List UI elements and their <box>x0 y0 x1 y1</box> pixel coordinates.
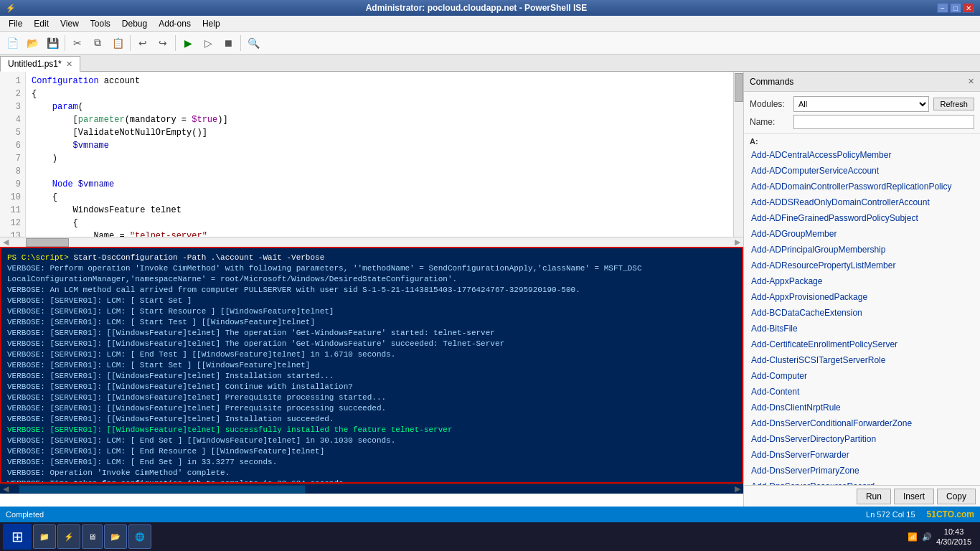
modules-select[interactable]: All <box>793 96 929 112</box>
menu-debug[interactable]: Debug <box>116 17 153 30</box>
cmd-Add-ADResourcePropertyListMember[interactable]: Add-ADResourcePropertyListMember <box>744 258 980 273</box>
menu-edit[interactable]: Edit <box>28 17 55 30</box>
status-bar: Completed Ln 572 Col 15 51CTO.com <box>0 507 980 522</box>
cmd-Add-AppxProvisionedPackage[interactable]: Add-AppxProvisionedPackage <box>744 289 980 305</box>
title-bar: ⚡ Administrator: pocloud.cloudapp.net - … <box>0 0 980 16</box>
menu-addons[interactable]: Add-ons <box>153 17 197 30</box>
cmd-Add-ADFineGrainedPasswordPolicySubject[interactable]: Add-ADFineGrainedPasswordPolicySubject <box>744 210 980 226</box>
taskbar-app-terminal[interactable]: 🖥 <box>82 524 103 549</box>
cut-button[interactable]: ✂ <box>68 34 87 52</box>
terminal-line: VERBOSE: [SERVER01]: LCM: [ End Set ] in… <box>7 457 736 468</box>
commands-tab[interactable]: Commands <box>750 77 793 87</box>
tab-untitled1[interactable]: Untitled1.ps1* ✕ <box>0 56 80 72</box>
taskbar-app-powershell[interactable]: ⚡ <box>57 524 80 549</box>
minimize-button[interactable]: − <box>937 3 948 13</box>
cmd-Add-ADDSReadOnlyDomainControllerAccount[interactable]: Add-ADDSReadOnlyDomainControllerAccount <box>744 194 980 210</box>
tab-close-button[interactable]: ✕ <box>66 60 72 69</box>
terminal-scroll-left[interactable]: ◀ <box>0 484 11 494</box>
terminal-h-thumb[interactable] <box>19 485 306 494</box>
taskbar-app-explorer[interactable]: 📁 <box>33 524 56 549</box>
refresh-button[interactable]: Refresh <box>933 98 974 110</box>
modules-row: Modules: All Refresh <box>750 96 974 112</box>
terminal-command-1: Start-DscConfiguration -Path .\account -… <box>73 253 324 262</box>
cmd-Add-DnsServerResourceRecord[interactable]: Add-DnsServerResourceRecord <box>744 479 980 485</box>
terminal-line: VERBOSE: [SERVER01]: [[WindowsFeature]te… <box>7 425 736 435</box>
toolbar-sep-2 <box>130 35 131 51</box>
app-icon: ⚡ <box>6 4 16 13</box>
scroll-arrow-right[interactable]: ▶ <box>732 237 743 247</box>
cmd-Add-ADGroupMember[interactable]: Add-ADGroupMember <box>744 226 980 242</box>
undo-button[interactable]: ↩ <box>133 34 152 52</box>
commands-close-button[interactable]: ✕ <box>968 77 974 86</box>
cmd-Add-ADCentralAccessPolicyMember[interactable]: Add-ADCentralAccessPolicyMember <box>744 147 980 163</box>
redo-button[interactable]: ↪ <box>154 34 172 52</box>
terminal-line: VERBOSE: [SERVER01]: LCM: [ End Set ] [[… <box>7 435 736 446</box>
editor-scrollbar[interactable] <box>733 72 743 237</box>
close-button[interactable]: ✕ <box>963 3 974 13</box>
cmd-Add-Content[interactable]: Add-Content <box>744 384 980 400</box>
scrollbar-thumb[interactable] <box>735 73 743 102</box>
run-selection-button[interactable]: ▷ <box>199 34 217 52</box>
start-button[interactable]: ⊞ <box>3 524 32 550</box>
cmd-Add-ADDomainControllerPasswordReplicationPolicy[interactable]: Add-ADDomainControllerPasswordReplicatio… <box>744 179 980 194</box>
menu-tools[interactable]: Tools <box>85 17 116 30</box>
copy-button[interactable]: ⧉ <box>88 34 107 52</box>
terminal-line: VERBOSE: An LCM method call arrived from… <box>7 285 736 296</box>
menu-help[interactable]: Help <box>197 17 226 30</box>
run-action-button[interactable]: Run <box>857 489 891 504</box>
terminal-scroll-right[interactable]: ▶ <box>732 484 743 494</box>
line-numbers: 12345 678910 1112131415 1617 <box>0 72 26 237</box>
cmd-Add-DnsServerForwarder[interactable]: Add-DnsServerForwarder <box>744 447 980 463</box>
cmd-Add-ADComputerServiceAccount[interactable]: Add-ADComputerServiceAccount <box>744 163 980 179</box>
cmd-Add-DnsClientNrptRule[interactable]: Add-DnsClientNrptRule <box>744 400 980 415</box>
cmd-Add-BitsFile[interactable]: Add-BitsFile <box>744 321 980 336</box>
tray-time-value: 10:43 <box>936 527 971 537</box>
section-a-header: A: <box>744 136 980 147</box>
debug-button[interactable]: 🔍 <box>244 34 263 52</box>
insert-action-button[interactable]: Insert <box>894 489 934 504</box>
code-editor[interactable]: 12345 678910 1112131415 1617 Configurati… <box>0 72 743 237</box>
stop-button[interactable]: ⏹ <box>219 34 237 52</box>
tray-clock[interactable]: 10:43 4/30/2015 <box>936 527 971 547</box>
h-scrollbar-editor[interactable]: ◀ ▶ <box>0 237 743 247</box>
cmd-Add-ADPrincipalGroupMembership[interactable]: Add-ADPrincipalGroupMembership <box>744 242 980 258</box>
h-scrollbar-thumb[interactable] <box>26 238 69 247</box>
cmd-Add-Computer[interactable]: Add-Computer <box>744 368 980 384</box>
paste-button[interactable]: 📋 <box>108 34 127 52</box>
toolbar-sep-3 <box>175 35 176 51</box>
browser-icon: 🌐 <box>135 532 145 542</box>
copy-action-button[interactable]: Copy <box>937 489 976 504</box>
name-label: Name: <box>750 117 789 127</box>
cmd-Add-BCDataCacheExtension[interactable]: Add-BCDataCacheExtension <box>744 305 980 321</box>
cmd-Add-DnsServerConditionalForwarderZone[interactable]: Add-DnsServerConditionalForwarderZone <box>744 415 980 431</box>
terminal-area[interactable]: PS C:\script> Start-DscConfiguration -Pa… <box>0 247 743 484</box>
cmd-Add-DnsServerPrimaryZone[interactable]: Add-DnsServerPrimaryZone <box>744 463 980 479</box>
scroll-arrow-left[interactable]: ◀ <box>0 237 11 247</box>
run-button[interactable]: ▶ <box>179 34 197 52</box>
terminal-h-scrollbar[interactable]: ◀ ▶ <box>0 484 743 494</box>
tab-label: Untitled1.ps1* <box>8 59 62 69</box>
terminal-line: VERBOSE: Operation 'Invoke CimMethod' co… <box>7 468 736 479</box>
toolbar-sep-4 <box>240 35 241 51</box>
terminal-line: VERBOSE: Perform operation 'Invoke CimMe… <box>7 263 736 274</box>
menu-file[interactable]: File <box>3 17 28 30</box>
maximize-button[interactable]: □ <box>950 3 961 13</box>
terminal-line: VERBOSE: [SERVER01]: LCM: [ End Test ] [… <box>7 349 736 360</box>
cmd-Add-ClusteriSCSITargetServerRole[interactable]: Add-ClusteriSCSITargetServerRole <box>744 352 980 368</box>
save-button[interactable]: 💾 <box>43 34 62 52</box>
editor-area: 12345 678910 1112131415 1617 Configurati… <box>0 72 743 507</box>
commands-filter: Modules: All Refresh Name: <box>744 92 980 134</box>
taskbar: ⊞ 📁 ⚡ 🖥 📂 🌐 📶 🔊 10:43 4/30/2015 <box>0 522 980 551</box>
name-input[interactable] <box>793 115 974 129</box>
new-button[interactable]: 📄 <box>3 34 22 52</box>
code-content[interactable]: Configuration account { param( [paramete… <box>26 72 733 237</box>
commands-actions: Run Insert Copy <box>744 485 980 507</box>
open-button[interactable]: 📂 <box>23 34 42 52</box>
menu-view[interactable]: View <box>55 17 85 30</box>
cmd-Add-AppxPackage[interactable]: Add-AppxPackage <box>744 273 980 289</box>
cmd-Add-CertificateEnrollmentPolicyServer[interactable]: Add-CertificateEnrollmentPolicyServer <box>744 336 980 352</box>
taskbar-app-browser[interactable]: 🌐 <box>128 524 151 549</box>
title-bar-left: ⚡ <box>6 4 16 13</box>
cmd-Add-DnsServerDirectoryPartition[interactable]: Add-DnsServerDirectoryPartition <box>744 431 980 447</box>
taskbar-app-files[interactable]: 📂 <box>104 524 127 549</box>
